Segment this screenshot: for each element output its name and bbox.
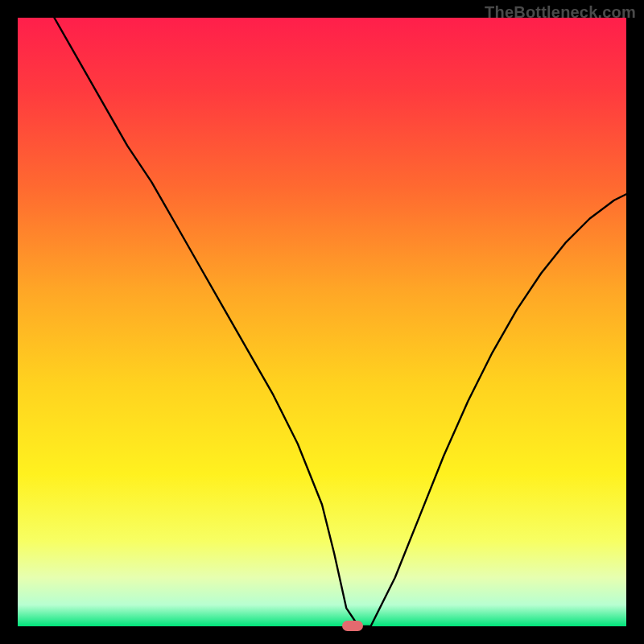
chart-frame: TheBottleneck.com bbox=[0, 0, 644, 644]
optimal-marker bbox=[342, 621, 363, 631]
gradient-background bbox=[18, 18, 626, 626]
plot-area bbox=[18, 18, 626, 626]
chart-svg bbox=[18, 18, 626, 626]
watermark-text: TheBottleneck.com bbox=[485, 3, 636, 22]
